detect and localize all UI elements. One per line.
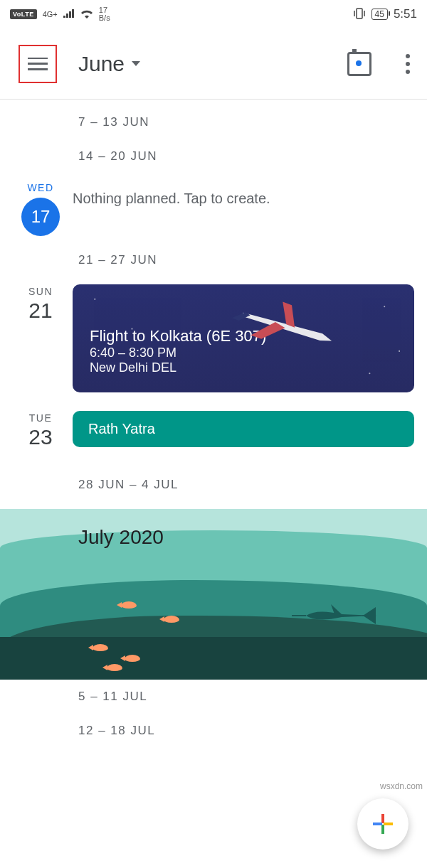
day-row: SUN 21 Flight to Kolkata (6E 307) 6:40 –… bbox=[0, 277, 427, 400]
today-button[interactable] bbox=[347, 52, 371, 76]
overflow-menu-button[interactable] bbox=[396, 50, 420, 78]
current-month-label: June bbox=[78, 52, 125, 76]
create-event-fab[interactable] bbox=[357, 798, 408, 850]
svg-rect-8 bbox=[373, 823, 382, 825]
today-number-circle: 17 bbox=[21, 198, 60, 236]
month-banner: July 2020 bbox=[0, 509, 427, 680]
month-banner-title: July 2020 bbox=[0, 509, 427, 549]
month-dropdown[interactable]: June bbox=[78, 52, 140, 76]
event-location: New Delhi DEL bbox=[90, 360, 397, 375]
plus-icon bbox=[371, 813, 394, 835]
hamburger-icon[interactable] bbox=[28, 58, 48, 70]
volte-badge: VoLTE bbox=[10, 9, 37, 19]
svg-rect-9 bbox=[384, 823, 393, 825]
day-badge: TUE 23 bbox=[9, 411, 73, 449]
flight-event-card[interactable]: Flight to Kolkata (6E 307) 6:40 – 8:30 P… bbox=[73, 284, 414, 392]
swordfish-icon bbox=[292, 601, 377, 630]
schedule-list[interactable]: 7 – 13 JUN 14 – 20 JUN WED 17 Nothing pl… bbox=[0, 100, 427, 748]
svg-rect-0 bbox=[357, 9, 362, 18]
event-title: Rath Yatra bbox=[88, 421, 155, 436]
day-row-today[interactable]: WED 17 Nothing planned. Tap to create. bbox=[0, 173, 427, 243]
week-header: 12 – 18 JUL bbox=[0, 714, 427, 748]
day-number: 21 bbox=[9, 299, 73, 323]
event-time: 6:40 – 8:30 PM bbox=[90, 345, 397, 360]
event-title: Flight to Kolkata (6E 307) bbox=[90, 327, 397, 345]
chevron-down-icon bbox=[132, 61, 140, 66]
signal-icon bbox=[63, 9, 75, 20]
svg-point-4 bbox=[399, 350, 400, 352]
week-header: 5 – 11 JUL bbox=[0, 680, 427, 714]
watermark: wsxdn.com bbox=[380, 781, 423, 791]
week-header: 7 – 13 JUN bbox=[0, 105, 427, 139]
svg-rect-7 bbox=[381, 825, 384, 834]
day-of-week: TUE bbox=[9, 412, 73, 424]
day-row: TUE 23 Rath Yatra bbox=[0, 404, 427, 456]
holiday-event-card[interactable]: Rath Yatra bbox=[73, 411, 414, 447]
wifi-icon bbox=[80, 9, 93, 21]
app-bar: June bbox=[0, 28, 427, 100]
clock: 5:51 bbox=[394, 7, 417, 21]
empty-day-message[interactable]: Nothing planned. Tap to create. bbox=[73, 181, 270, 207]
day-number: 23 bbox=[9, 425, 73, 449]
network-speed: 17B/s bbox=[99, 6, 110, 22]
day-of-week: SUN bbox=[9, 286, 73, 297]
svg-point-1 bbox=[94, 299, 95, 300]
week-header: 14 – 20 JUN bbox=[0, 139, 427, 173]
week-header: 28 JUN – 4 JUL bbox=[0, 456, 427, 502]
day-of-week: WED bbox=[9, 182, 73, 193]
week-header: 21 – 27 JUN bbox=[0, 243, 427, 277]
menu-button-highlight bbox=[19, 45, 57, 83]
svg-point-3 bbox=[384, 306, 385, 307]
vibrate-icon bbox=[353, 8, 366, 21]
network-type: 4G+ bbox=[43, 10, 58, 18]
status-bar: VoLTE 4G+ 17B/s 45 5:51 bbox=[0, 0, 427, 28]
day-badge: SUN 21 bbox=[9, 284, 73, 323]
day-badge: WED 17 bbox=[9, 181, 73, 236]
svg-rect-6 bbox=[381, 814, 384, 823]
battery-indicator: 45 bbox=[371, 9, 388, 20]
